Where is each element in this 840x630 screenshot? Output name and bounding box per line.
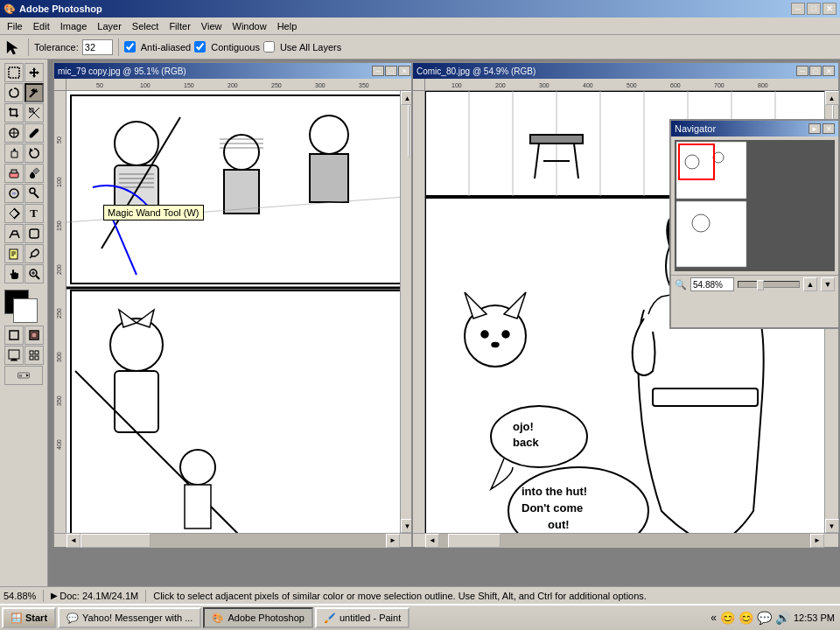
quick-mask-btn[interactable] — [24, 326, 44, 345]
pen-tool[interactable] — [4, 204, 24, 223]
menu-select[interactable]: Select — [127, 19, 164, 33]
svg-rect-36 — [35, 356, 38, 360]
healing-brush-tool[interactable] — [4, 123, 24, 143]
history-brush-tool[interactable] — [24, 144, 44, 163]
svg-text:100: 100 — [452, 82, 462, 88]
zoom-tool[interactable] — [24, 264, 44, 284]
svg-text:out!: out! — [548, 518, 570, 531]
screen-mode-btn[interactable] — [4, 346, 24, 365]
jump-to-imageready[interactable]: IR — [4, 366, 43, 385]
move-tool[interactable] — [24, 63, 44, 82]
doc2-scroll-thumb-h[interactable] — [448, 534, 500, 548]
status-doc-info[interactable]: ▶ Doc: 24.1M/24.1M — [51, 591, 138, 601]
doc2-scroll-track-h[interactable] — [439, 534, 810, 548]
text-tool[interactable]: T — [24, 204, 44, 223]
nav-scroll-up[interactable]: ▲ — [803, 277, 817, 291]
svg-rect-72 — [310, 154, 348, 202]
nav-title-bar[interactable]: Navigator ► ✕ — [671, 121, 838, 136]
nav-zoom-slider[interactable] — [738, 281, 800, 288]
main-area: T — [0, 60, 840, 586]
doc1-scroll-thumb-h[interactable] — [80, 534, 150, 548]
doc1-minimize[interactable]: ─ — [372, 66, 384, 76]
doc1-title-bar[interactable]: mic_79 copy.jpg @ 95.1% (RGB) ─ □ ✕ — [54, 63, 414, 79]
doc1-canvas[interactable]: To do gradients, I have to mask off the … — [66, 91, 400, 533]
menu-file[interactable]: File — [2, 19, 28, 33]
doc1-scroll-track-h[interactable] — [80, 534, 386, 548]
doc2-scrollbar-h[interactable]: ◄ ► — [413, 533, 838, 547]
svg-rect-137 — [676, 142, 746, 199]
minimize-button[interactable]: ─ — [791, 3, 805, 15]
dodge-tool[interactable] — [24, 184, 44, 203]
menu-window[interactable]: Window — [228, 19, 272, 33]
svg-point-129 — [491, 406, 587, 467]
tolerance-input[interactable] — [82, 39, 113, 55]
doc2-scroll-left[interactable]: ◄ — [425, 534, 439, 548]
shape-tool[interactable] — [24, 224, 44, 243]
maximize-button[interactable]: □ — [807, 3, 821, 15]
arrow-tool-btn[interactable] — [4, 38, 23, 57]
tray-icon-2: 😊 — [720, 611, 735, 625]
menu-help[interactable]: Help — [272, 19, 303, 33]
brush-tool[interactable] — [24, 123, 44, 143]
nav-scroll-down[interactable]: ▼ — [821, 277, 835, 291]
svg-marker-10 — [30, 148, 33, 152]
contiguous-checkbox[interactable] — [194, 41, 206, 52]
doc1-maximize[interactable]: □ — [385, 66, 397, 76]
background-swatch[interactable] — [13, 298, 38, 323]
menu-edit[interactable]: Edit — [28, 19, 55, 33]
doc1-scroll-thumb-v[interactable] — [408, 105, 410, 158]
path-selection-tool[interactable] — [4, 224, 24, 243]
menu-view[interactable]: View — [196, 19, 228, 33]
lasso-tool[interactable] — [4, 83, 24, 102]
blur-tool[interactable] — [4, 184, 24, 203]
doc2-minimize[interactable]: ─ — [796, 66, 808, 76]
fullscreen-mode-btn[interactable] — [24, 346, 44, 365]
close-button[interactable]: ✕ — [822, 3, 836, 15]
paint-bucket-tool[interactable] — [24, 164, 44, 183]
marquee-tool[interactable] — [4, 63, 24, 82]
system-clock: 12:53 PM — [794, 612, 835, 623]
slice-tool[interactable] — [24, 103, 44, 122]
tray-icon-3: 😊 — [738, 611, 753, 625]
menu-filter[interactable]: Filter — [164, 19, 195, 33]
svg-point-127 — [502, 331, 509, 338]
nav-thumbnail — [675, 140, 835, 271]
menu-layer[interactable]: Layer — [92, 19, 127, 33]
notes-tool[interactable] — [4, 244, 24, 263]
eraser-tool[interactable] — [4, 164, 24, 183]
clone-stamp-tool[interactable] — [4, 144, 24, 163]
use-all-layers-checkbox[interactable] — [263, 41, 275, 52]
nav-expand-btn[interactable]: ► — [808, 123, 821, 134]
doc2-close[interactable]: ✕ — [822, 66, 835, 76]
taskbar-paint[interactable]: 🖌️ untitled - Paint — [315, 607, 410, 628]
doc1-scrollbar-h[interactable]: ◄ ► — [54, 533, 414, 547]
anti-aliased-checkbox[interactable] — [124, 41, 136, 52]
start-label: Start — [25, 612, 47, 623]
doc1-close[interactable]: ✕ — [398, 66, 410, 76]
app-icon: 🎨 — [4, 4, 16, 15]
taskbar-yahoo[interactable]: 💬 Yahoo! Messenger with ... — [58, 607, 201, 628]
start-button[interactable]: 🪟 Start — [2, 607, 56, 628]
magic-wand-tool[interactable] — [24, 83, 44, 102]
hand-tool[interactable] — [4, 264, 24, 284]
nav-title: Navigator — [675, 123, 716, 134]
nav-zoom-thumb[interactable] — [757, 280, 764, 290]
taskbar-photoshop[interactable]: 🎨 Adobe Photoshop — [203, 607, 312, 628]
doc2-scroll-down[interactable]: ▼ — [825, 519, 839, 533]
doc1-ruler-top: 50 100 150 200 250 300 350 — [54, 79, 414, 91]
svg-rect-1 — [9, 67, 19, 78]
menu-image[interactable]: Image — [55, 19, 93, 33]
doc2-maximize[interactable]: □ — [809, 66, 822, 76]
doc2-title-bar[interactable]: Comic_80.jpg @ 54.9% (RGB) ─ □ ✕ — [413, 63, 838, 79]
eyedropper-tool[interactable] — [24, 244, 44, 263]
doc1-scroll-right[interactable]: ► — [386, 534, 400, 548]
doc2-buttons: ─ □ ✕ — [796, 66, 835, 76]
nav-close-btn[interactable]: ✕ — [822, 123, 835, 134]
doc1-scroll-left[interactable]: ◄ — [66, 534, 80, 548]
crop-tool[interactable] — [4, 103, 24, 122]
doc2-scroll-right[interactable]: ► — [810, 534, 824, 548]
doc2-scroll-up[interactable]: ▲ — [825, 91, 839, 105]
svg-text:back: back — [513, 436, 539, 449]
nav-zoom-input[interactable] — [690, 277, 734, 291]
standard-mode-btn[interactable] — [4, 326, 24, 345]
